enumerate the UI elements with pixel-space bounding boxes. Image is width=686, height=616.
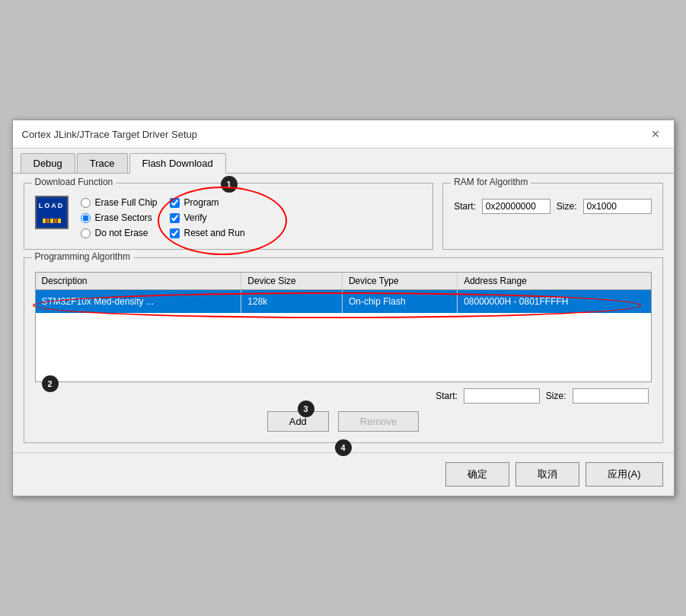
- ram-size-label: Size:: [557, 201, 577, 212]
- radio-erase-sectors[interactable]: Erase Sectors: [81, 212, 158, 223]
- ram-start-input[interactable]: [482, 199, 550, 214]
- col-description: Description: [36, 273, 241, 290]
- algo-start-size-row: Start: Size:: [35, 388, 652, 404]
- add-button[interactable]: Add: [267, 411, 329, 432]
- algo-size-label: Size:: [546, 391, 566, 401]
- badge-1: 1: [221, 176, 238, 193]
- top-section: Download Function LOAD: [24, 183, 663, 250]
- load-icon: LOAD: [35, 196, 69, 229]
- tab-content: Download Function LOAD: [13, 174, 674, 452]
- main-window: Cortex JLink/JTrace Target Driver Setup …: [12, 120, 675, 496]
- table-row[interactable]: STM32F10x Med-density ... 128k On-chip F…: [36, 290, 651, 313]
- col-device-type: Device Type: [342, 273, 457, 290]
- table-empty-row-3: [36, 359, 651, 381]
- badge-4: 4: [335, 439, 352, 456]
- col-device-size: Device Size: [241, 273, 343, 290]
- table-empty-row-1: [36, 313, 651, 336]
- programming-algorithm-label: Programming Algorithm: [32, 251, 133, 262]
- ram-size-input[interactable]: [583, 199, 652, 214]
- algo-start-label: Start:: [436, 391, 458, 401]
- download-function-group: Download Function LOAD: [24, 183, 434, 250]
- ram-algorithm-label: RAM for Algorithm: [451, 177, 531, 187]
- checkbox-reset-and-run-input[interactable]: [170, 228, 180, 238]
- df-inner: LOAD Erase Full Chip: [35, 196, 423, 238]
- erase-options: Erase Full Chip Erase Sectors Do not Era…: [81, 197, 158, 238]
- close-button[interactable]: ✕: [646, 126, 665, 142]
- badge-3: 3: [298, 401, 314, 417]
- tab-flash-download[interactable]: Flash Download: [129, 153, 226, 174]
- tab-bar: Debug Trace Flash Download: [13, 148, 674, 174]
- radio-erase-full-chip[interactable]: Erase Full Chip: [81, 197, 158, 208]
- algo-table: Description Device Size Device Type Addr…: [36, 273, 651, 381]
- programming-algorithm-group: Programming Algorithm Description Device…: [24, 257, 663, 443]
- algo-table-wrapper: Description Device Size Device Type Addr…: [35, 272, 652, 382]
- radio-erase-sectors-input[interactable]: [81, 213, 91, 223]
- checkbox-verify-input[interactable]: [170, 213, 180, 223]
- ram-inner: Start: Size:: [454, 199, 651, 214]
- cancel-button[interactable]: 取消: [515, 462, 579, 487]
- title-bar: Cortex JLink/JTrace Target Driver Setup …: [13, 120, 674, 148]
- download-function-label: Download Function: [32, 177, 116, 187]
- algo-size-input[interactable]: [573, 388, 649, 404]
- checkbox-program[interactable]: Program: [170, 197, 245, 208]
- algo-buttons-row: Add Remove 3: [35, 411, 652, 432]
- checkbox-verify[interactable]: Verify: [170, 212, 245, 223]
- radio-do-not-erase-input[interactable]: [81, 228, 91, 238]
- algo-table-body: STM32F10x Med-density ... 128k On-chip F…: [36, 290, 651, 381]
- ram-start-label: Start:: [454, 201, 476, 212]
- cell-description: STM32F10x Med-density ...: [36, 290, 241, 313]
- checkbox-reset-and-run[interactable]: Reset and Run: [170, 228, 245, 238]
- ram-algorithm-group: RAM for Algorithm Start: Size:: [442, 183, 662, 250]
- table-header-row: Description Device Size Device Type Addr…: [36, 273, 651, 290]
- algo-start-input[interactable]: [464, 388, 540, 404]
- badge-2: 2: [42, 375, 59, 392]
- cell-address-range: 08000000H - 0801FFFFH: [458, 290, 651, 313]
- cell-device-size: 128k: [241, 290, 343, 313]
- col-address-range: Address Range: [458, 273, 651, 290]
- cell-device-type: On-chip Flash: [342, 290, 457, 313]
- window-title: Cortex JLink/JTrace Target Driver Setup: [22, 129, 197, 140]
- apply-button[interactable]: 应用(A): [585, 462, 662, 487]
- bottom-bar: 4 确定 取消 应用(A): [13, 452, 674, 496]
- tab-debug[interactable]: Debug: [21, 153, 75, 173]
- table-empty-row-2: [36, 336, 651, 359]
- radio-do-not-erase[interactable]: Do not Erase: [81, 228, 158, 238]
- action-options: Program Verify Reset and Run 1: [170, 197, 245, 238]
- radio-erase-full-chip-input[interactable]: [81, 198, 91, 208]
- tab-trace[interactable]: Trace: [77, 153, 128, 173]
- ok-button[interactable]: 确定: [445, 462, 509, 487]
- checkbox-program-input[interactable]: [170, 198, 180, 208]
- remove-button[interactable]: Remove: [338, 411, 419, 432]
